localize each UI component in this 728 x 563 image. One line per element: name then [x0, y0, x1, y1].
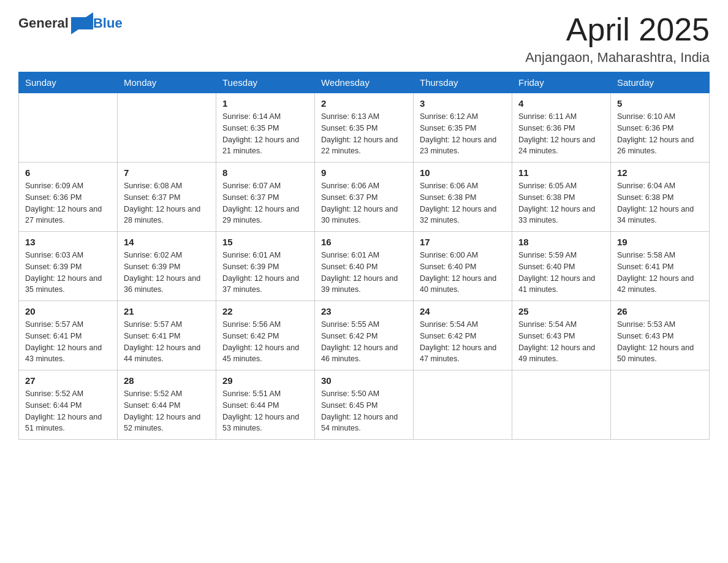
title-block: April 2025 Anjangaon, Maharashtra, India [525, 12, 710, 66]
day-number: 28 [124, 375, 210, 386]
day-info: Sunrise: 6:12 AMSunset: 6:35 PMDaylight:… [420, 111, 506, 157]
calendar-cell: 21Sunrise: 5:57 AMSunset: 6:41 PMDayligh… [118, 301, 216, 370]
calendar-cell: 1Sunrise: 6:14 AMSunset: 6:35 PMDaylight… [216, 93, 315, 163]
day-number: 17 [420, 237, 506, 247]
day-number: 27 [25, 375, 111, 386]
day-info: Sunrise: 6:09 AMSunset: 6:36 PMDaylight:… [25, 180, 111, 226]
day-number: 11 [518, 167, 604, 178]
day-info: Sunrise: 6:01 AMSunset: 6:40 PMDaylight:… [321, 250, 407, 296]
day-info: Sunrise: 6:06 AMSunset: 6:38 PMDaylight:… [420, 180, 506, 226]
day-number: 23 [321, 306, 407, 316]
calendar-week-row: 20Sunrise: 5:57 AMSunset: 6:41 PMDayligh… [19, 301, 710, 370]
calendar-header-row: SundayMondayTuesdayWednesdayThursdayFrid… [19, 72, 710, 93]
day-number: 8 [222, 167, 308, 178]
calendar-cell: 23Sunrise: 5:55 AMSunset: 6:42 PMDayligh… [315, 301, 414, 370]
day-info: Sunrise: 6:05 AMSunset: 6:38 PMDaylight:… [518, 180, 604, 226]
calendar-cell [414, 370, 512, 440]
day-number: 18 [518, 237, 604, 247]
calendar-cell: 9Sunrise: 6:06 AMSunset: 6:37 PMDaylight… [315, 163, 414, 232]
calendar-cell: 11Sunrise: 6:05 AMSunset: 6:38 PMDayligh… [512, 163, 611, 232]
calendar-cell: 13Sunrise: 6:03 AMSunset: 6:39 PMDayligh… [19, 232, 118, 301]
day-info: Sunrise: 5:58 AMSunset: 6:41 PMDaylight:… [617, 250, 703, 296]
day-number: 9 [321, 167, 407, 178]
calendar-cell: 30Sunrise: 5:50 AMSunset: 6:45 PMDayligh… [315, 370, 414, 440]
day-info: Sunrise: 5:50 AMSunset: 6:45 PMDaylight:… [321, 388, 407, 434]
day-info: Sunrise: 6:13 AMSunset: 6:35 PMDaylight:… [321, 111, 407, 157]
calendar-table: SundayMondayTuesdayWednesdayThursdayFrid… [18, 72, 710, 440]
calendar-cell: 12Sunrise: 6:04 AMSunset: 6:38 PMDayligh… [611, 163, 710, 232]
day-number: 2 [321, 98, 407, 109]
day-info: Sunrise: 6:06 AMSunset: 6:37 PMDaylight:… [321, 180, 407, 226]
calendar-cell: 4Sunrise: 6:11 AMSunset: 6:36 PMDaylight… [512, 93, 611, 163]
day-number: 22 [222, 306, 308, 316]
calendar-cell: 20Sunrise: 5:57 AMSunset: 6:41 PMDayligh… [19, 301, 118, 370]
month-title: April 2025 [525, 12, 710, 47]
day-info: Sunrise: 6:02 AMSunset: 6:39 PMDaylight:… [124, 250, 210, 296]
calendar-cell: 15Sunrise: 6:01 AMSunset: 6:39 PMDayligh… [216, 232, 315, 301]
day-number: 12 [617, 167, 703, 178]
calendar-cell: 10Sunrise: 6:06 AMSunset: 6:38 PMDayligh… [414, 163, 512, 232]
day-number: 4 [518, 98, 604, 109]
calendar-cell: 27Sunrise: 5:52 AMSunset: 6:44 PMDayligh… [19, 370, 118, 440]
day-info: Sunrise: 6:11 AMSunset: 6:36 PMDaylight:… [518, 111, 604, 157]
calendar-cell: 3Sunrise: 6:12 AMSunset: 6:35 PMDaylight… [414, 93, 512, 163]
day-info: Sunrise: 6:01 AMSunset: 6:39 PMDaylight:… [222, 250, 308, 296]
day-of-week-header: Thursday [414, 72, 512, 93]
day-info: Sunrise: 6:00 AMSunset: 6:40 PMDaylight:… [420, 250, 506, 296]
day-number: 21 [124, 306, 210, 316]
day-info: Sunrise: 5:57 AMSunset: 6:41 PMDaylight:… [25, 319, 111, 365]
day-info: Sunrise: 5:53 AMSunset: 6:43 PMDaylight:… [617, 319, 703, 365]
day-info: Sunrise: 5:52 AMSunset: 6:44 PMDaylight:… [124, 388, 210, 434]
calendar-cell: 19Sunrise: 5:58 AMSunset: 6:41 PMDayligh… [611, 232, 710, 301]
day-number: 3 [420, 98, 506, 109]
logo: General Blue [18, 12, 123, 34]
calendar-week-row: 1Sunrise: 6:14 AMSunset: 6:35 PMDaylight… [19, 93, 710, 163]
calendar-cell: 25Sunrise: 5:54 AMSunset: 6:43 PMDayligh… [512, 301, 611, 370]
day-of-week-header: Monday [118, 72, 216, 93]
day-info: Sunrise: 6:03 AMSunset: 6:39 PMDaylight:… [25, 250, 111, 296]
day-info: Sunrise: 5:56 AMSunset: 6:42 PMDaylight:… [222, 319, 308, 365]
calendar-cell [512, 370, 611, 440]
day-info: Sunrise: 5:59 AMSunset: 6:40 PMDaylight:… [518, 250, 604, 296]
calendar-cell: 2Sunrise: 6:13 AMSunset: 6:35 PMDaylight… [315, 93, 414, 163]
calendar-cell: 8Sunrise: 6:07 AMSunset: 6:37 PMDaylight… [216, 163, 315, 232]
calendar-cell [118, 93, 216, 163]
calendar-cell: 5Sunrise: 6:10 AMSunset: 6:36 PMDaylight… [611, 93, 710, 163]
calendar-cell: 6Sunrise: 6:09 AMSunset: 6:36 PMDaylight… [19, 163, 118, 232]
svg-marker-0 [71, 12, 93, 34]
day-number: 29 [222, 375, 308, 386]
logo-general-text: General [18, 15, 69, 31]
day-info: Sunrise: 5:52 AMSunset: 6:44 PMDaylight:… [25, 388, 111, 434]
day-info: Sunrise: 5:54 AMSunset: 6:43 PMDaylight:… [518, 319, 604, 365]
day-number: 30 [321, 375, 407, 386]
day-number: 1 [222, 98, 308, 109]
calendar-cell: 17Sunrise: 6:00 AMSunset: 6:40 PMDayligh… [414, 232, 512, 301]
day-number: 15 [222, 237, 308, 247]
calendar-cell: 24Sunrise: 5:54 AMSunset: 6:42 PMDayligh… [414, 301, 512, 370]
day-info: Sunrise: 5:54 AMSunset: 6:42 PMDaylight:… [420, 319, 506, 365]
page-header: General Blue April 2025 Anjangaon, Mahar… [18, 12, 710, 66]
day-info: Sunrise: 5:57 AMSunset: 6:41 PMDaylight:… [124, 319, 210, 365]
day-number: 19 [617, 237, 703, 247]
calendar-week-row: 6Sunrise: 6:09 AMSunset: 6:36 PMDaylight… [19, 163, 710, 232]
day-number: 26 [617, 306, 703, 316]
calendar-cell: 29Sunrise: 5:51 AMSunset: 6:44 PMDayligh… [216, 370, 315, 440]
day-number: 20 [25, 306, 111, 316]
day-number: 10 [420, 167, 506, 178]
calendar-cell: 14Sunrise: 6:02 AMSunset: 6:39 PMDayligh… [118, 232, 216, 301]
day-number: 7 [124, 167, 210, 178]
day-of-week-header: Saturday [611, 72, 710, 93]
day-number: 24 [420, 306, 506, 316]
calendar-cell: 18Sunrise: 5:59 AMSunset: 6:40 PMDayligh… [512, 232, 611, 301]
day-info: Sunrise: 6:10 AMSunset: 6:36 PMDaylight:… [617, 111, 703, 157]
logo-blue-text: Blue [93, 15, 123, 31]
day-number: 16 [321, 237, 407, 247]
day-number: 5 [617, 98, 703, 109]
day-info: Sunrise: 6:14 AMSunset: 6:35 PMDaylight:… [222, 111, 308, 157]
day-of-week-header: Wednesday [315, 72, 414, 93]
day-number: 25 [518, 306, 604, 316]
calendar-cell [611, 370, 710, 440]
day-info: Sunrise: 5:51 AMSunset: 6:44 PMDaylight:… [222, 388, 308, 434]
calendar-week-row: 13Sunrise: 6:03 AMSunset: 6:39 PMDayligh… [19, 232, 710, 301]
calendar-cell: 28Sunrise: 5:52 AMSunset: 6:44 PMDayligh… [118, 370, 216, 440]
